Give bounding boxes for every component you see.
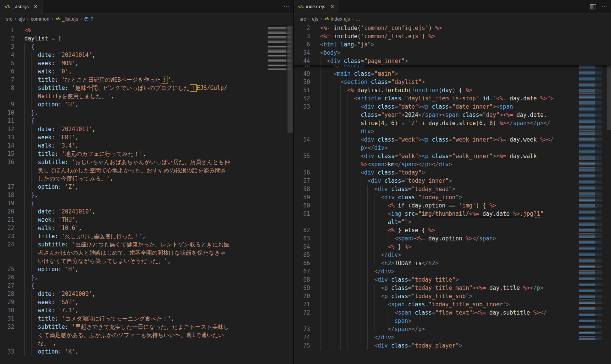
code-line[interactable]: 62<% } else { %> [294, 226, 611, 234]
line-number[interactable]: 66 [294, 259, 310, 267]
code-line[interactable]: 65</div> [294, 251, 611, 259]
close-icon[interactable]: ✕ [34, 4, 38, 9]
code-line[interactable]: 27{ [0, 282, 293, 290]
code-editor-index-ejs[interactable]: 48</header>49<main class="main">50<secti… [294, 24, 611, 364]
code-line[interactable]: div> [294, 127, 611, 136]
code-line[interactable]: 2<%- include('common/_config.ejs') %> [294, 24, 611, 32]
code-line[interactable]: 26}, [0, 273, 293, 282]
line-number[interactable]: 75 [294, 342, 310, 350]
code-line[interactable]: 22walk: '10.6', [0, 224, 293, 232]
code-line[interactable]: 12date: '20241011', [0, 125, 293, 133]
code-editor-list-ejs[interactable]: 1<%2daylist = [3{4date: '20241014',5week… [0, 24, 293, 364]
code-line[interactable]: 7title: 'ひとこと日記用のWEBページを作った！', [0, 76, 293, 84]
code-line[interactable]: いけなくて自分ながら笑ってしまいそうだった。', [0, 257, 293, 265]
code-line[interactable]: 53<div class="date"><p class="date_inner… [294, 103, 611, 111]
code-line[interactable]: 64<% } %> [294, 243, 611, 251]
line-number[interactable]: 54 [294, 136, 310, 144]
code-line[interactable]: 55<div class="walk"><p class="walk_inner… [294, 152, 611, 160]
line-number[interactable]: 33 [0, 348, 14, 356]
code-line[interactable]: 63<span><%= day.option %></span> [294, 234, 611, 243]
line-number[interactable]: 49 [294, 70, 310, 78]
code-line[interactable]: 74</div> [294, 333, 611, 342]
sticky-scroll[interactable]: 2<%- include('common/_config.ejs') %>3<%… [294, 24, 611, 65]
line-number[interactable]: 5 [0, 59, 14, 67]
code-line[interactable]: 61<img src="img/thumbnail/<%= day.date %… [294, 210, 611, 218]
code-line[interactable]: 24subtitle: '虫歯ひとつも無くて健康だった。レントゲン取るときにお医 [0, 240, 293, 249]
code-line[interactable]: 9option: 'H', [0, 100, 293, 109]
line-number[interactable]: 60 [294, 201, 310, 210]
line-number[interactable]: 44 [294, 57, 310, 65]
line-number[interactable] [0, 175, 14, 183]
line-number[interactable]: 2 [294, 24, 310, 32]
code-line[interactable]: 5week: 'MON', [0, 59, 293, 67]
code-line[interactable]: 14walk: '3.4', [0, 142, 293, 150]
code-line[interactable]: 6<html lang="ja"> [294, 40, 611, 49]
code-line[interactable]: 51<% daylist.forEach(function(day) { %> [294, 86, 611, 94]
line-number[interactable]: 74 [294, 333, 310, 342]
line-number[interactable]: 50 [294, 78, 310, 86]
line-number[interactable] [294, 127, 310, 136]
line-number[interactable]: 20 [0, 207, 14, 216]
line-number[interactable]: 67 [294, 267, 310, 276]
line-number[interactable]: 7 [0, 76, 14, 84]
code-line[interactable]: 25option: 'H', [0, 265, 293, 273]
code-line[interactable]: p></div> [294, 144, 611, 152]
code-line[interactable]: 28date: '20241009', [0, 290, 293, 298]
line-number[interactable]: 12 [0, 125, 14, 133]
line-number[interactable]: 68 [294, 276, 310, 284]
code-line[interactable]: 67</div> [294, 267, 611, 276]
line-number[interactable]: 70 [294, 292, 310, 300]
breadcrumb-item[interactable]: <%_list.ejs [55, 16, 78, 22]
code-line[interactable]: 60<% if (day.option == 'img') { %> [294, 201, 611, 210]
tab-index-ejs[interactable]: <% index.ejs ✕ [294, 0, 339, 13]
line-number[interactable]: 11 [0, 117, 14, 125]
line-number[interactable]: 24 [0, 240, 14, 249]
code-line[interactable]: 11{ [0, 117, 293, 125]
breadcrumb-item[interactable]: ejs [312, 16, 318, 22]
code-line[interactable]: 29week: 'SAT', [0, 298, 293, 306]
breadcrumb-item[interactable]: ... [356, 16, 360, 22]
line-number[interactable] [0, 249, 14, 257]
code-line[interactable]: な。', [0, 339, 293, 348]
code-line[interactable]: Netlifyを使用しました。', [0, 92, 293, 100]
line-number[interactable]: 52 [294, 94, 310, 103]
code-line[interactable]: 10}, [0, 109, 293, 117]
code-line[interactable]: 20date: '20241010', [0, 207, 293, 216]
breadcrumb-item[interactable]: common [31, 16, 49, 22]
code-line[interactable]: 良しでほんわかした空間で心地よかった。おすすめの銭湯の話を盗み聞き [0, 166, 293, 175]
tab-list-ejs[interactable]: <% _list.ejs ✕ [0, 0, 43, 13]
code-line[interactable]: %><span>km</span></p></div> [294, 160, 611, 169]
line-number[interactable] [294, 119, 310, 127]
code-line[interactable]: 59<div class="today_icon"> [294, 193, 611, 201]
line-number[interactable]: 21 [0, 216, 14, 224]
line-number[interactable]: 57 [294, 177, 310, 185]
line-number[interactable]: 6 [0, 67, 14, 76]
breadcrumb-item[interactable]: src [300, 16, 306, 22]
line-number[interactable] [294, 317, 310, 325]
line-number[interactable] [294, 144, 310, 152]
breadcrumb-item[interactable]: ejs [18, 16, 25, 22]
line-number[interactable]: 30 [0, 306, 14, 315]
code-line[interactable]: 6walk: '0', [0, 67, 293, 76]
code-line[interactable]: 18}, [0, 191, 293, 199]
line-number[interactable]: 58 [294, 185, 310, 193]
line-number[interactable]: 63 [294, 234, 310, 243]
code-line[interactable]: したので今度行ってみる。', [0, 175, 293, 183]
code-line[interactable]: 1<% [0, 26, 293, 34]
line-number[interactable]: 64 [294, 243, 310, 251]
line-number[interactable]: 62 [294, 226, 310, 234]
code-line[interactable]: 19{ [0, 199, 293, 207]
code-line[interactable]: 66<h2>TODAY is</h2> [294, 259, 611, 267]
close-icon[interactable]: ✕ [330, 4, 334, 9]
line-number[interactable]: 65 [294, 251, 310, 259]
line-number[interactable] [294, 111, 310, 119]
line-number[interactable]: 32 [0, 323, 14, 331]
code-line[interactable]: 16subtitle: 'おじいちゃんおばあちゃんがいっぱい居た。店員さんとも仲 [0, 158, 293, 166]
line-number[interactable]: 69 [294, 284, 310, 292]
line-number[interactable]: 73 [294, 325, 310, 333]
line-number[interactable]: 72 [294, 309, 310, 317]
code-line[interactable]: 15title: '地元のカフェに行ってみた！', [0, 150, 293, 158]
code-line[interactable]: 13week: 'FRI', [0, 133, 293, 142]
line-number[interactable]: 28 [0, 290, 14, 298]
line-number[interactable]: 59 [294, 193, 310, 201]
